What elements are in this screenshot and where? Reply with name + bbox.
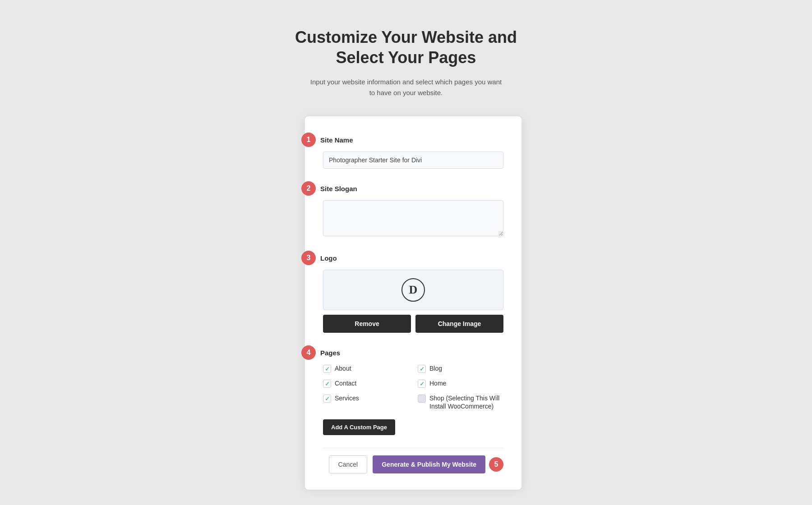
site-name-input[interactable]: [323, 152, 503, 169]
page-item-contact: ✓ Contact: [323, 379, 409, 388]
page-label-home: Home: [429, 379, 446, 387]
page-title: Customize Your Website and Select Your P…: [295, 27, 517, 68]
checkmark-services: ✓: [325, 396, 330, 402]
step2-badge: 2: [301, 181, 316, 196]
checkbox-contact[interactable]: ✓: [323, 380, 331, 388]
site-slogan-section: 2 Site Slogan: [323, 181, 503, 238]
publish-wrapper: Generate & Publish My Website 5: [373, 455, 503, 473]
pages-label: Pages: [320, 349, 340, 357]
page-subtitle: Input your website information and selec…: [307, 77, 505, 98]
page-header: Customize Your Website and Select Your P…: [295, 27, 517, 98]
publish-button[interactable]: Generate & Publish My Website: [373, 455, 485, 473]
form-container: 1 Site Name 2 Site Slogan 3 Logo: [291, 112, 521, 490]
checkbox-services[interactable]: ✓: [323, 395, 331, 403]
page-item-home: ✓ Home: [418, 379, 503, 388]
add-custom-page-button[interactable]: Add A Custom Page: [323, 419, 395, 435]
logo-buttons: Remove Change Image: [323, 315, 503, 333]
step3-badge: 3: [301, 251, 316, 265]
page-label-contact: Contact: [335, 379, 356, 387]
page-label-blog: Blog: [429, 364, 442, 372]
step4-header: 4 Pages: [323, 345, 503, 360]
site-name-section: 1 Site Name: [323, 133, 503, 169]
step5-badge: 5: [489, 457, 503, 472]
checkmark-home: ✓: [420, 381, 424, 387]
checkmark-blog: ✓: [420, 366, 424, 372]
logo-icon: D: [401, 278, 425, 302]
form-footer: Cancel Generate & Publish My Website 5: [323, 448, 503, 473]
step3-header: 3 Logo: [323, 251, 503, 265]
step4-badge: 4: [301, 345, 316, 360]
checkmark-contact: ✓: [325, 381, 330, 387]
change-image-button[interactable]: Change Image: [415, 315, 503, 333]
page-item-about: ✓ About: [323, 364, 409, 373]
logo-label: Logo: [320, 254, 337, 262]
pages-section: 4 Pages ✓ About ✓: [323, 345, 503, 435]
form-card: 1 Site Name 2 Site Slogan 3 Logo: [305, 116, 521, 490]
step2-header: 2 Site Slogan: [323, 181, 503, 196]
remove-button[interactable]: Remove: [323, 315, 411, 333]
page-label-shop: Shop (Selecting This Will Install WooCom…: [429, 394, 503, 410]
step1-header: 1 Site Name: [323, 133, 503, 147]
page-item-services: ✓ Services: [323, 394, 409, 410]
page-label-services: Services: [335, 394, 359, 402]
logo-preview: D: [323, 270, 503, 310]
checkmark-about: ✓: [325, 366, 330, 372]
page-item-blog: ✓ Blog: [418, 364, 503, 373]
site-slogan-label: Site Slogan: [320, 185, 357, 193]
pages-grid: ✓ About ✓ Blog ✓: [323, 364, 503, 410]
page-label-about: About: [335, 364, 351, 372]
cancel-button[interactable]: Cancel: [329, 455, 368, 473]
checkbox-shop[interactable]: [418, 395, 426, 403]
site-slogan-input[interactable]: [323, 200, 503, 236]
checkbox-about[interactable]: ✓: [323, 365, 331, 373]
logo-section: 3 Logo D Remove Change Image: [323, 251, 503, 333]
checkbox-home[interactable]: ✓: [418, 380, 426, 388]
site-name-label: Site Name: [320, 136, 353, 144]
page-item-shop: Shop (Selecting This Will Install WooCom…: [418, 394, 503, 410]
page-wrapper: Customize Your Website and Select Your P…: [9, 27, 803, 490]
step1-badge: 1: [301, 133, 316, 147]
checkbox-blog[interactable]: ✓: [418, 365, 426, 373]
